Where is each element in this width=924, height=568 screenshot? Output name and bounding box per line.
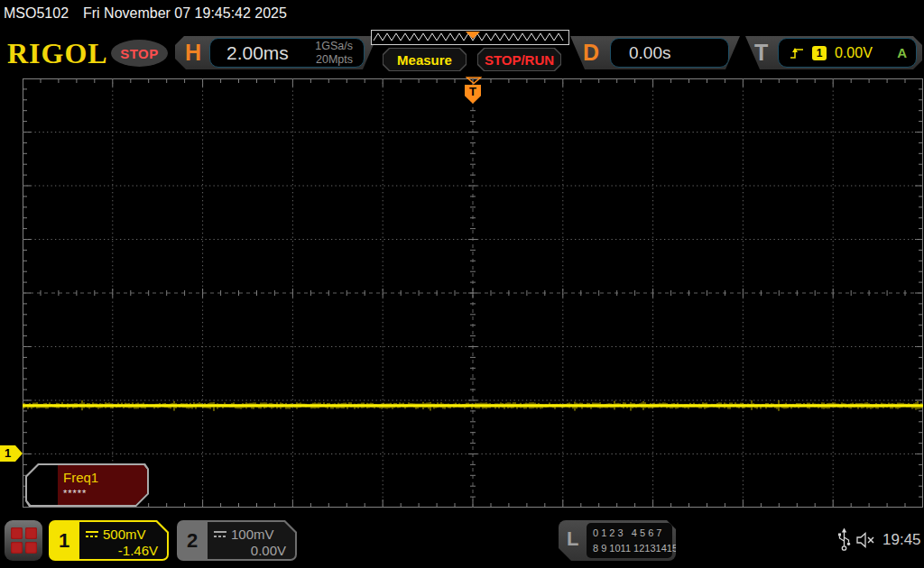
oscilloscope-screen: MSO5102 Fri November 07 19:45:42 2025 RI… [0,0,924,568]
logic-label: L [567,527,578,551]
grid-menu-icon [11,527,23,539]
channel2-status-block[interactable]: 2 100mV 0.00V [177,520,297,561]
measurement-value: ***** [63,488,87,499]
trigger-level-value: 0.00V [835,45,873,61]
channel2-number: 2 [177,520,208,561]
trigger-mode: A [897,45,916,60]
trigger-label: T [754,36,768,69]
grid-menu-icon [25,542,37,554]
grid-menu-icon [11,542,23,554]
timebase-field: 2.00ms 1GSa/s 20Mpts [209,38,365,68]
logic-channels-row2: 8 9 1011 12131415 [593,541,672,556]
dc-coupling-icon [214,530,226,538]
measure-button[interactable]: Measure [383,48,467,71]
clock-text: 19:45 [882,531,921,549]
dc-coupling-icon [86,530,98,538]
delay-value: 0.00s [611,43,670,63]
waveform-overview-strip[interactable] [371,30,569,45]
memory-depth: 20Mpts [315,53,353,67]
model-name: MSO5102 [4,5,69,22]
trigger-position-triangle-icon[interactable] [466,77,482,85]
channel1-offset: -1.46V [79,542,167,558]
delay-block[interactable]: D 0.00s [570,36,740,69]
measurement-title: Freq1 [63,470,98,485]
rigol-logo: RIGOL [7,37,108,70]
channel2-scale: 100mV [231,527,274,542]
grid-menu-button[interactable] [5,520,42,561]
top-info-bar: MSO5102 Fri November 07 19:45:42 2025 [0,0,924,27]
channel1-number: 1 [49,520,79,561]
run-state-badge: STOP [111,40,168,67]
acquisition-info: 1GSa/s 20Mpts [315,40,364,67]
trigger-field: 1 0.00V A [778,38,917,68]
logic-channels-block[interactable]: L 0 1 2 3 4 5 6 7 8 9 1011 12131415 [559,520,676,561]
timebase-value: 2.00ms [210,42,315,64]
speaker-muted-icon [856,532,878,548]
graticule [23,78,923,508]
measurement-freq1-box[interactable]: Freq1 ***** [25,463,149,507]
trigger-source-badge: 1 [812,46,827,60]
logic-channels-row1: 0 1 2 3 4 5 6 7 [593,526,672,541]
sample-rate: 1GSa/s [315,40,353,53]
grid-menu-icon [25,527,37,539]
channel1-ground-marker[interactable]: 1 [0,445,23,462]
delay-label: D [583,36,599,69]
stop-run-button[interactable]: STOP/RUN [477,48,561,71]
horizontal-timebase-block[interactable]: H 2.00ms 1GSa/s 20Mpts [175,36,377,69]
delay-field: 0.00s [610,38,729,68]
channel2-offset: 0.00V [208,542,295,558]
channel1-scale: 500mV [103,527,146,542]
horizontal-label: H [185,36,201,69]
channel1-status-block[interactable]: 1 500mV -1.46V [49,520,169,561]
datetime-text: Fri November 07 19:45:42 2025 [83,5,287,22]
overview-waveform-icon [372,31,568,44]
trigger-block[interactable]: T 1 0.00V A [745,36,922,69]
usb-icon [836,527,852,553]
rising-edge-icon [790,46,804,60]
